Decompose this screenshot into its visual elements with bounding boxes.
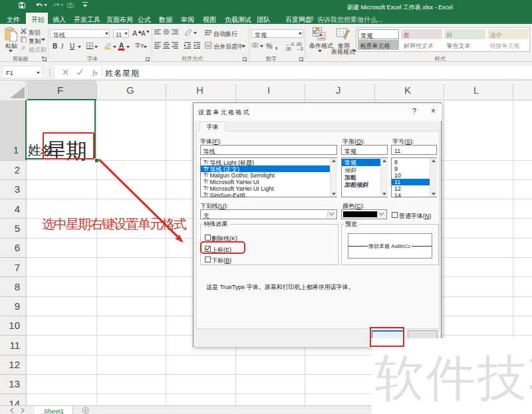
svg-text:fx: fx [92, 68, 98, 76]
